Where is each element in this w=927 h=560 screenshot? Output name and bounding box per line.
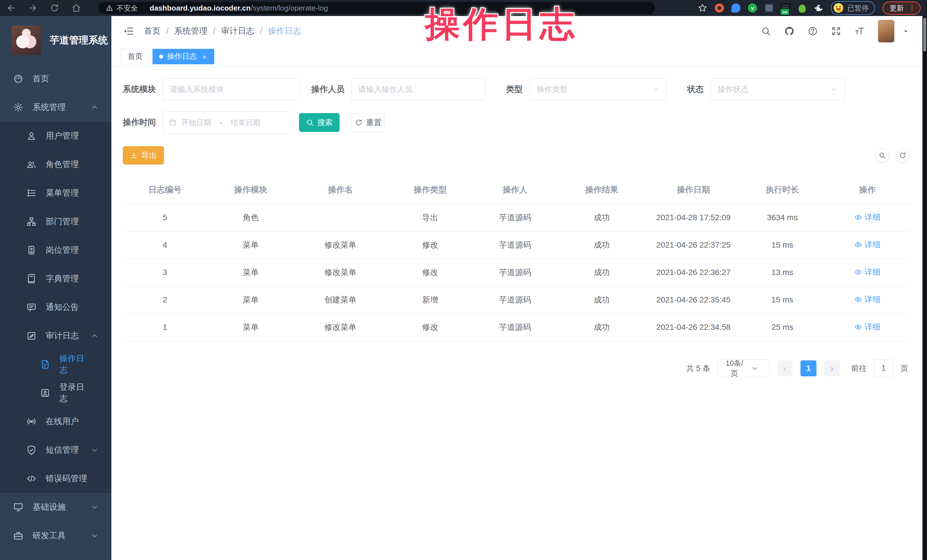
cell-operator: 芋道源码: [474, 204, 556, 231]
column-header: 日志编号: [123, 176, 207, 204]
cell-module: 菜单: [207, 259, 295, 286]
status-select[interactable]: 操作状态: [711, 78, 845, 100]
home-icon[interactable]: [71, 3, 81, 13]
search-icon[interactable]: [761, 26, 771, 36]
scrollbar-thumb[interactable]: [923, 18, 926, 52]
bookmark-star-icon[interactable]: [698, 3, 707, 13]
chevron-left-icon: [782, 365, 789, 372]
sidebar-item[interactable]: 基础设施: [0, 493, 111, 521]
code-icon: [26, 473, 36, 484]
extension-grid-icon[interactable]: [764, 3, 774, 12]
main-area: 首页系统管理审计日志操作日志 首页: [111, 16, 922, 560]
user-avatar[interactable]: [878, 20, 894, 42]
fullscreen-icon[interactable]: [831, 26, 841, 36]
sidebar-item-label: 通知公告: [46, 302, 79, 313]
page-tab[interactable]: 首页: [121, 49, 149, 64]
sidebar-item[interactable]: 系统管理: [0, 93, 111, 121]
search-button[interactable]: 搜索: [299, 113, 340, 132]
breadcrumb-item[interactable]: 首页: [144, 26, 174, 37]
sidebar-item[interactable]: 部门管理: [0, 207, 111, 236]
extension-pin-icon[interactable]: [731, 3, 740, 12]
cell-duration: 13 ms: [740, 259, 825, 286]
operator-input[interactable]: [351, 78, 485, 100]
chevron-up-icon: [90, 103, 99, 112]
page-number-button[interactable]: 1: [801, 360, 816, 376]
detail-link[interactable]: 详细: [854, 239, 880, 250]
sidebar-item-label: 首页: [33, 73, 49, 85]
sidebar-item[interactable]: 错误码管理: [0, 464, 111, 493]
avatar-caret-down-icon[interactable]: [903, 28, 909, 35]
column-header: 操作类型: [386, 176, 474, 204]
module-input[interactable]: [163, 78, 300, 100]
sidebar-item[interactable]: 岗位管理: [0, 236, 111, 264]
page-tab[interactable]: 操作日志: [152, 49, 214, 64]
header-actions: [761, 20, 909, 42]
prev-page-button[interactable]: [777, 360, 793, 376]
cell-log-id: 3: [123, 259, 207, 286]
sidebar-item[interactable]: 通知公告: [0, 293, 111, 322]
cell-log-id: 1: [123, 314, 207, 341]
status-label: 状态: [687, 83, 704, 95]
sidebar-logo-row[interactable]: 芋道管理系统: [0, 16, 111, 65]
forward-icon[interactable]: [28, 3, 38, 13]
toggle-search-button[interactable]: [875, 148, 889, 162]
extension-switch-icon[interactable]: on: [781, 3, 790, 12]
type-label: 类型: [506, 83, 523, 95]
sidebar-item[interactable]: 首页: [0, 65, 111, 93]
active-tab-dot: [159, 55, 163, 59]
reset-button[interactable]: 重置: [351, 113, 384, 132]
tab-close-icon[interactable]: [201, 53, 208, 60]
sidebar-item[interactable]: 菜单管理: [0, 179, 111, 207]
sidebar-item[interactable]: 用户管理: [0, 121, 111, 150]
table-body: 5 角色 导出 芋道源码 成功 2021-04-28 17:52:09 3634…: [123, 204, 910, 341]
sidebar-toggle-icon[interactable]: [123, 26, 134, 37]
goto-page-input[interactable]: [874, 360, 893, 377]
sidebar-item[interactable]: 审计日志: [0, 322, 111, 350]
cell-actions: 详细: [825, 204, 910, 231]
refresh-table-button[interactable]: [896, 148, 910, 162]
org-tree-icon: [26, 217, 36, 227]
page-scrollbar: [922, 16, 927, 560]
chevron-down-icon: [652, 86, 660, 93]
next-page-button[interactable]: [824, 360, 840, 376]
breadcrumb-item[interactable]: 系统管理: [174, 26, 221, 37]
font-size-icon[interactable]: [854, 26, 865, 36]
sidebar-item[interactable]: 短信管理: [0, 436, 111, 464]
cell-op-name: 创建菜单: [295, 286, 386, 314]
type-select[interactable]: 操作类型: [529, 78, 667, 100]
help-icon[interactable]: [808, 26, 818, 36]
sidebar-item[interactable]: 在线用户: [0, 407, 111, 436]
detail-link[interactable]: 详细: [854, 212, 880, 223]
table-row: 1 菜单 修改菜单 修改 芋道源码 成功 2021-04-26 22:34:58…: [123, 314, 910, 341]
back-icon[interactable]: [6, 3, 16, 13]
browser-menu-dots-icon[interactable]: [909, 4, 916, 12]
sidebar-item[interactable]: 登录日志: [0, 379, 111, 407]
sidebar-item[interactable]: 操作日志: [0, 350, 111, 379]
detail-link[interactable]: 详细: [854, 322, 880, 332]
cell-actions: 详细: [825, 231, 910, 259]
date-range-picker[interactable]: 开始日期 - 结束日期: [163, 111, 293, 134]
total-count: 共 5 条: [686, 363, 710, 373]
profile-paused-chip[interactable]: 已暂停: [831, 1, 875, 15]
extension-orange-icon[interactable]: [715, 3, 724, 12]
extension-plant-icon[interactable]: [798, 3, 807, 12]
page-size-select[interactable]: 10条/页: [718, 360, 770, 377]
reload-icon[interactable]: [50, 3, 59, 13]
breadcrumb-item[interactable]: 操作日志: [268, 26, 301, 37]
extensions-puzzle-icon[interactable]: [814, 3, 823, 12]
profile-emoji-icon: [834, 3, 843, 13]
sidebar-item[interactable]: 字典管理: [0, 264, 111, 293]
eye-icon: [854, 213, 862, 221]
github-icon[interactable]: [784, 26, 795, 36]
not-secure-warning-icon: [106, 4, 113, 12]
menu-list-icon: [26, 188, 36, 198]
sidebar-item[interactable]: 研发工具: [0, 521, 111, 550]
breadcrumb-item[interactable]: 审计日志: [221, 26, 268, 37]
detail-link[interactable]: 详细: [854, 294, 880, 305]
column-header: 操作名: [295, 176, 386, 204]
browser-update-button[interactable]: 更新: [883, 2, 921, 15]
detail-link[interactable]: 详细: [854, 267, 880, 278]
extension-green-icon[interactable]: v: [748, 3, 757, 12]
export-button[interactable]: 导出: [123, 146, 164, 164]
sidebar-item[interactable]: 角色管理: [0, 150, 111, 179]
